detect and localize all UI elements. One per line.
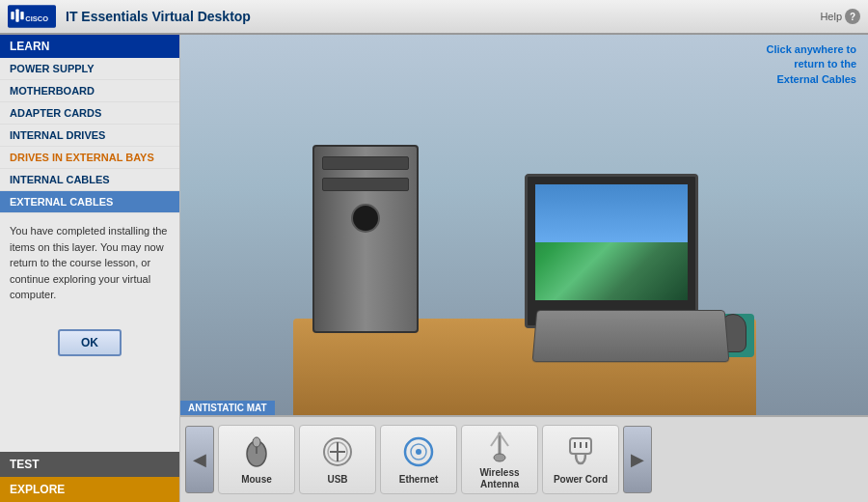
scene-area[interactable]: Click anywhere to return to the External… bbox=[180, 35, 868, 415]
main-layout: LEARN POWER SUPPLY MOTHERBOARD ADAPTER C… bbox=[0, 35, 868, 502]
monitor-sky bbox=[535, 184, 688, 242]
return-hint-line3: External Cables bbox=[766, 72, 856, 87]
svg-point-14 bbox=[416, 449, 421, 455]
content-area: Click anywhere to return to the External… bbox=[180, 35, 868, 502]
ethernet-label: Ethernet bbox=[399, 474, 439, 486]
sidebar-item-internal-drives[interactable]: INTERNAL DRIVES bbox=[0, 125, 179, 147]
ethernet-icon bbox=[399, 433, 438, 470]
monitor-screen bbox=[535, 184, 688, 300]
tower-front bbox=[322, 156, 409, 237]
desktop-scene bbox=[293, 126, 756, 415]
usb-icon bbox=[318, 433, 357, 470]
nav-left-arrow[interactable]: ◀ bbox=[185, 426, 214, 493]
sidebar-item-adapter-cards[interactable]: ADAPTER CARDS bbox=[0, 102, 179, 125]
ok-button[interactable]: OK bbox=[58, 329, 122, 356]
svg-rect-3 bbox=[20, 12, 23, 19]
cisco-logo-icon: CISCO bbox=[8, 3, 56, 30]
return-hint-line1: Click anywhere to bbox=[766, 42, 856, 57]
sidebar: LEARN POWER SUPPLY MOTHERBOARD ADAPTER C… bbox=[0, 35, 180, 502]
app-title: IT Essentials Virtual Desktop bbox=[66, 9, 820, 24]
sidebar-learn-header: LEARN bbox=[0, 35, 179, 58]
component-ethernet[interactable]: Ethernet bbox=[380, 425, 457, 494]
svg-text:CISCO: CISCO bbox=[25, 14, 48, 23]
wireless-antenna-label: WirelessAntenna bbox=[479, 467, 519, 490]
sidebar-item-motherboard[interactable]: MOTHERBOARD bbox=[0, 80, 179, 102]
svg-rect-2 bbox=[15, 10, 18, 22]
right-arrow-icon: ▶ bbox=[631, 449, 644, 470]
mouse-icon bbox=[237, 433, 276, 470]
return-hint-line2: return to the bbox=[766, 57, 856, 71]
antistatic-mat-label: ANTISTATIC MAT bbox=[180, 401, 275, 415]
tower-logo bbox=[351, 204, 380, 233]
power-cord-icon bbox=[561, 433, 600, 470]
sidebar-message: You have completed installing the items … bbox=[0, 213, 179, 320]
sidebar-spacer bbox=[0, 366, 179, 453]
sidebar-item-drives-external-bays[interactable]: DRIVES IN EXTERNAL BAYS bbox=[0, 147, 179, 169]
help-button[interactable]: Help ? bbox=[820, 9, 860, 24]
bottom-toolbar: ◀ Mouse bbox=[180, 415, 868, 502]
sidebar-explore-button[interactable]: EXPLORE bbox=[0, 477, 179, 502]
wireless-antenna-icon bbox=[480, 429, 519, 463]
tower-drive-2 bbox=[322, 178, 409, 191]
help-icon: ? bbox=[845, 9, 860, 24]
help-label: Help bbox=[820, 11, 842, 22]
ok-button-wrapper: OK bbox=[0, 320, 179, 366]
keyboard-device bbox=[531, 310, 729, 362]
left-arrow-icon: ◀ bbox=[193, 449, 206, 470]
component-wireless-antenna[interactable]: WirelessAntenna bbox=[461, 425, 538, 494]
sidebar-item-power-supply[interactable]: POWER SUPPLY bbox=[0, 58, 179, 80]
usb-label: USB bbox=[327, 474, 347, 486]
svg-rect-1 bbox=[11, 12, 14, 19]
tower-drive-1 bbox=[322, 156, 409, 170]
sidebar-test-button[interactable]: TEST bbox=[0, 452, 179, 477]
nav-right-arrow[interactable]: ▶ bbox=[623, 426, 652, 493]
svg-point-7 bbox=[253, 437, 260, 447]
app-header: CISCO IT Essentials Virtual Desktop Help… bbox=[0, 0, 868, 35]
tower-pc bbox=[312, 145, 419, 333]
monitor-body bbox=[525, 174, 698, 328]
sidebar-item-internal-cables[interactable]: INTERNAL CABLES bbox=[0, 169, 179, 191]
sidebar-item-external-cables[interactable]: EXTERNAL CABLES bbox=[0, 191, 179, 213]
return-hint[interactable]: Click anywhere to return to the External… bbox=[766, 42, 856, 87]
component-usb[interactable]: USB bbox=[299, 425, 376, 494]
power-cord-label: Power Cord bbox=[554, 474, 608, 486]
component-mouse[interactable]: Mouse bbox=[218, 425, 295, 494]
svg-point-18 bbox=[494, 454, 505, 461]
component-power-cord[interactable]: Power Cord bbox=[542, 425, 619, 494]
mouse-label: Mouse bbox=[241, 474, 272, 486]
